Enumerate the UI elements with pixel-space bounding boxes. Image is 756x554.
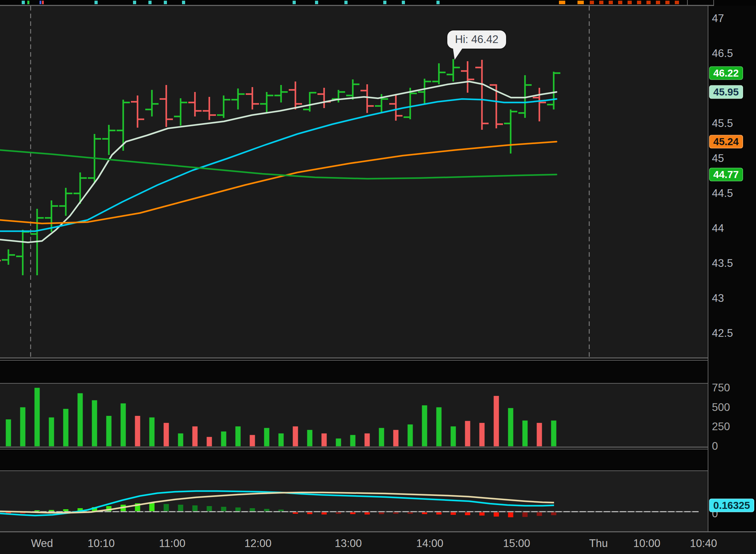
price-bar — [174, 98, 187, 126]
volume-bar — [336, 439, 341, 446]
momentum-bar — [422, 512, 427, 514]
momentum-bar — [379, 512, 384, 514]
divider — [0, 357, 756, 358]
price-bar — [160, 85, 173, 127]
divider — [0, 449, 716, 449]
volume-bar — [494, 396, 499, 446]
volume-bar — [6, 419, 11, 446]
momentum-bar — [523, 512, 528, 517]
mid-ma-cyan — [0, 99, 556, 231]
momentum-bar — [192, 505, 198, 512]
momentum-bar — [178, 505, 183, 512]
legend-fragment — [383, 1, 386, 4]
volume-bar — [293, 426, 298, 446]
momentum-bar — [451, 512, 456, 515]
volume-bar — [365, 433, 370, 446]
price-bar — [274, 85, 288, 102]
time-label-Thu: Thu — [589, 537, 608, 550]
high-tooltip: Hi: 46.42 — [447, 30, 506, 49]
legend-fragment — [293, 1, 296, 4]
price-bar — [533, 88, 546, 121]
time-label-13:00: 13:00 — [335, 537, 362, 550]
price-bar — [418, 79, 431, 104]
axis-border — [708, 6, 708, 531]
momentum-bar — [307, 512, 313, 514]
volume-bar — [508, 408, 513, 446]
volume-bar — [523, 420, 528, 446]
time-label-10:40: 10:40 — [690, 537, 717, 550]
price-tick-label: 45 — [712, 152, 724, 164]
volume-bar — [537, 423, 542, 446]
price-bar — [74, 172, 87, 204]
legend-fragment — [637, 1, 641, 4]
price-bar — [102, 125, 115, 155]
legend-fragment — [436, 1, 440, 4]
price-bar — [461, 61, 474, 93]
momentum-chart-svg[interactable] — [0, 471, 708, 531]
momentum-bar — [408, 512, 413, 514]
time-label-10:00: 10:00 — [633, 537, 660, 550]
legend-fragment — [344, 1, 348, 4]
momentum-bar — [293, 512, 298, 514]
price-tick-label: 45.5 — [712, 118, 733, 129]
volume-bar — [465, 421, 470, 446]
legend-fragment — [22, 1, 25, 4]
price-tick-label: 47 — [712, 13, 724, 24]
legend-fragment — [133, 1, 136, 4]
legend-fragment — [646, 1, 651, 4]
legend-fragment — [182, 1, 185, 4]
volume-bar — [121, 403, 126, 446]
price-bar — [16, 230, 29, 275]
divider — [0, 360, 756, 361]
price-badge-46.22: 46.22 — [709, 66, 743, 80]
volume-bar — [207, 437, 212, 446]
volume-bar — [393, 430, 399, 446]
time-label-Wed: Wed — [31, 537, 53, 550]
price-bar — [360, 84, 374, 113]
legend-fragment — [656, 1, 660, 4]
volume-bar — [78, 393, 83, 446]
price-bar — [547, 72, 560, 109]
price-bar — [117, 100, 130, 151]
price-tick-label: 43.5 — [712, 257, 733, 269]
legend-fragment — [559, 1, 565, 4]
price-bar — [203, 97, 216, 120]
price-bar — [145, 90, 159, 116]
momentum-bar — [350, 512, 356, 514]
volume-bar — [307, 430, 313, 446]
volume-bar — [264, 428, 270, 446]
volume-bar — [149, 417, 155, 446]
volume-bar — [92, 400, 97, 446]
legend-fragment — [675, 1, 679, 4]
price-tick-label: 43 — [712, 292, 724, 304]
legend-fragment — [609, 1, 613, 4]
volume-bar — [20, 407, 26, 447]
time-label-12:00: 12:00 — [244, 537, 272, 550]
volume-chart-svg[interactable] — [0, 384, 708, 447]
time-label-15:00: 15:00 — [503, 537, 530, 550]
momentum-bar — [479, 512, 485, 516]
price-bar — [217, 95, 230, 118]
momentum-badge: 0.16325 — [709, 498, 754, 512]
price-bar — [475, 60, 489, 130]
price-chart-svg[interactable] — [0, 6, 708, 357]
momentum-bar — [537, 512, 542, 516]
price-bar — [432, 63, 446, 84]
price-badge-45.95: 45.95 — [709, 85, 743, 99]
volume-bar — [106, 416, 112, 446]
momentum-bar — [164, 504, 169, 512]
volume-bar — [250, 435, 255, 446]
price-bar — [447, 59, 460, 81]
legend-fragment — [402, 1, 405, 4]
price-bar — [59, 188, 72, 216]
price-bar — [131, 95, 144, 128]
legend-fragment — [665, 1, 670, 4]
panel-gap-band — [0, 360, 756, 383]
legend-fragment — [40, 1, 41, 4]
volume-bar — [322, 433, 327, 446]
price-bar — [231, 88, 245, 109]
time-label-11:00: 11:00 — [159, 537, 185, 550]
price-bar — [260, 92, 273, 113]
legend-fragment — [315, 1, 318, 4]
price-badge-45.24: 45.24 — [709, 135, 743, 149]
